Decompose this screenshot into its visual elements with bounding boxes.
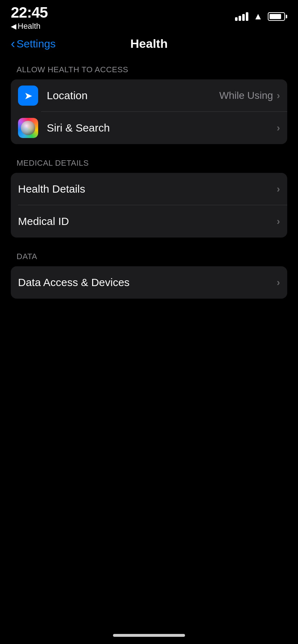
siri-label: Siri & Search: [47, 122, 277, 134]
section-header-data: Data: [11, 252, 287, 261]
data-access-chevron-icon: ›: [277, 277, 280, 288]
medical-id-chevron-icon: ›: [277, 216, 280, 227]
wifi-icon: ▲: [253, 11, 263, 22]
list-group-medical-details: Health Details › Medical ID ›: [11, 173, 287, 238]
back-hint-label: Health: [18, 22, 41, 31]
section-header-medical-details: Medical Details: [11, 158, 287, 168]
list-item-siri-search[interactable]: Siri & Search ›: [11, 112, 287, 144]
back-label: Settings: [17, 38, 55, 50]
health-details-chevron-icon: ›: [277, 183, 280, 195]
data-access-label: Data Access & Devices: [18, 276, 277, 289]
location-label: Location: [47, 89, 219, 102]
section-data: Data Data Access & Devices ›: [11, 252, 287, 299]
content: Allow Health to Access ➤ Location While …: [0, 54, 298, 299]
status-bar: 22:45 ◀ Health ▲: [0, 0, 298, 32]
siri-icon: [18, 118, 38, 138]
list-item-health-details[interactable]: Health Details ›: [11, 173, 287, 205]
siri-chevron-icon: ›: [277, 122, 280, 134]
health-details-label: Health Details: [18, 183, 277, 195]
arrow-icon: ➤: [24, 90, 32, 102]
list-item-data-access[interactable]: Data Access & Devices ›: [11, 266, 287, 299]
back-chevron-icon: ‹: [11, 37, 15, 50]
medical-id-label: Medical ID: [18, 215, 277, 227]
location-chevron-icon: ›: [277, 90, 280, 101]
back-hint-arrow-icon: ◀: [11, 22, 16, 31]
list-group-data: Data Access & Devices ›: [11, 266, 287, 299]
time: 22:45: [11, 5, 48, 20]
list-group-allow-access: ➤ Location While Using › Siri & Search ›: [11, 79, 287, 144]
location-value: While Using: [219, 90, 273, 101]
section-medical-details: Medical Details Health Details › Medical…: [11, 158, 287, 238]
status-right: ▲: [235, 5, 287, 22]
home-indicator: [113, 634, 185, 637]
location-icon: ➤: [18, 86, 38, 106]
battery-icon: [268, 12, 287, 21]
signal-icon: [235, 12, 248, 21]
page-title: Health: [130, 37, 168, 51]
back-button[interactable]: ‹ Settings: [11, 37, 55, 50]
back-hint: ◀ Health: [11, 22, 48, 31]
section-allow-access: Allow Health to Access ➤ Location While …: [11, 65, 287, 144]
list-item-location[interactable]: ➤ Location While Using ›: [11, 79, 287, 112]
section-header-allow-access: Allow Health to Access: [11, 65, 287, 74]
nav-header: ‹ Settings Health: [0, 33, 298, 54]
list-item-medical-id[interactable]: Medical ID ›: [11, 205, 287, 238]
status-left: 22:45 ◀ Health: [11, 5, 48, 31]
